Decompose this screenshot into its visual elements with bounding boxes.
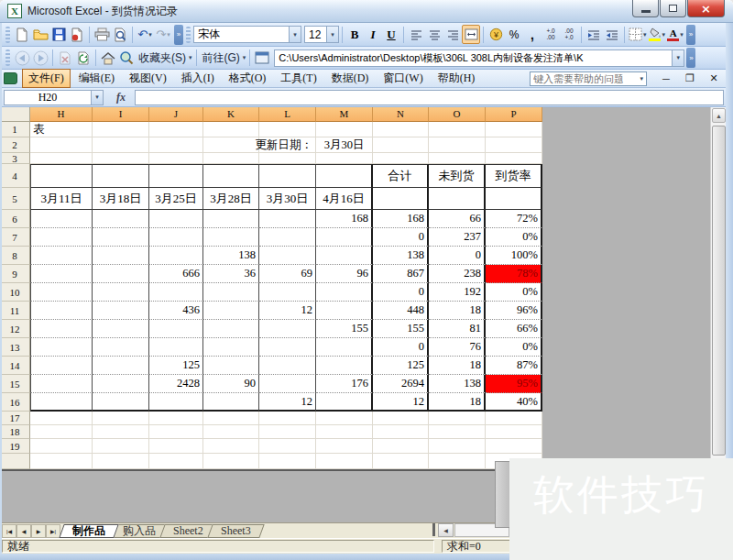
row-header[interactable]: 4	[0, 164, 30, 188]
cell[interactable]: 72%	[486, 210, 542, 228]
cell[interactable]: 18	[429, 302, 486, 320]
cell[interactable]	[93, 320, 149, 338]
cell[interactable]	[30, 338, 93, 357]
row-header[interactable]: 1	[0, 122, 30, 137]
cell[interactable]: 69	[259, 265, 316, 283]
cell[interactable]	[149, 425, 203, 439]
cell[interactable]: 176	[316, 375, 373, 393]
column-header[interactable]: M	[316, 107, 373, 122]
search-button[interactable]	[117, 49, 136, 68]
cell[interactable]: 125	[149, 357, 203, 375]
bold-button[interactable]: B	[345, 25, 364, 44]
cell[interactable]	[429, 188, 486, 210]
cell[interactable]	[203, 153, 259, 164]
cell[interactable]	[486, 188, 542, 210]
cell[interactable]	[93, 265, 149, 283]
scroll-left-button[interactable]: ◀	[438, 523, 454, 537]
row-header[interactable]: 10	[0, 283, 30, 302]
chevron-down-icon[interactable]: ▾	[672, 50, 684, 66]
tab-nav-button[interactable]: ▶|	[46, 524, 60, 538]
cell[interactable]	[149, 137, 203, 153]
increase-decimal-button[interactable]: +.0 .00	[542, 25, 560, 44]
cell[interactable]: 0	[373, 283, 429, 302]
align-left-button[interactable]	[407, 25, 425, 44]
cell[interactable]	[316, 454, 373, 469]
cell[interactable]	[259, 412, 316, 425]
cell[interactable]	[316, 283, 373, 302]
cell[interactable]	[149, 228, 203, 247]
cell[interactable]	[93, 393, 149, 412]
cell[interactable]	[259, 228, 316, 247]
cell[interactable]: 237	[429, 228, 486, 247]
cell[interactable]	[30, 228, 93, 247]
column-header[interactable]: J	[149, 107, 203, 122]
cell[interactable]	[203, 357, 259, 375]
column-header[interactable]: N	[373, 107, 429, 122]
cell[interactable]	[93, 153, 149, 164]
cell[interactable]: 666	[149, 265, 203, 283]
cell[interactable]: 3月18日	[93, 188, 149, 210]
cell[interactable]: 0	[373, 338, 429, 357]
column-header[interactable]: K	[203, 107, 259, 122]
cell[interactable]: 18	[429, 357, 486, 375]
workbook-minimize-button[interactable]: ─	[660, 73, 673, 84]
cell[interactable]	[203, 228, 259, 247]
cell[interactable]	[259, 283, 316, 302]
cell[interactable]	[30, 153, 93, 164]
cell[interactable]: 0	[429, 247, 486, 265]
decrease-indent-button[interactable]	[585, 25, 603, 44]
sheet-tab[interactable]: Sheet3	[207, 524, 264, 538]
cell[interactable]	[93, 357, 149, 375]
cell[interactable]: 3月28日	[203, 188, 259, 210]
cell[interactable]	[149, 454, 203, 469]
cell[interactable]	[30, 164, 93, 188]
menu-item[interactable]: 编辑(E)	[72, 69, 121, 88]
goto-button[interactable]: 前往(G) ▾	[200, 49, 247, 68]
cell[interactable]	[259, 153, 316, 164]
cell[interactable]	[93, 338, 149, 357]
cell[interactable]: 238	[429, 265, 486, 283]
underline-button[interactable]: U	[382, 25, 400, 44]
cell[interactable]	[93, 302, 149, 320]
cell[interactable]	[373, 137, 429, 153]
cell[interactable]: 12	[259, 302, 316, 320]
cell[interactable]	[316, 425, 373, 439]
row-header[interactable]: 14	[0, 357, 30, 375]
row-header[interactable]: 17	[0, 412, 30, 425]
cell[interactable]: 78%	[486, 265, 542, 283]
formula-input[interactable]	[135, 90, 724, 105]
cell[interactable]	[373, 188, 429, 210]
cell[interactable]	[316, 228, 373, 247]
cell[interactable]: 3月30日	[259, 188, 316, 210]
row-header[interactable]: 5	[0, 188, 30, 210]
cell[interactable]	[149, 338, 203, 357]
cell[interactable]	[373, 454, 429, 469]
cell[interactable]	[316, 247, 373, 265]
menu-item[interactable]: 工具(T)	[274, 69, 323, 88]
home-button[interactable]	[99, 49, 117, 68]
fill-color-button[interactable]: ▾	[648, 25, 667, 44]
vertical-scroll-thumb[interactable]	[712, 126, 726, 456]
row-header[interactable]: 13	[0, 338, 30, 357]
cell[interactable]: 18	[429, 393, 486, 412]
undo-button[interactable]: ↶ ▾	[136, 25, 154, 44]
cell[interactable]	[93, 164, 149, 188]
row-header[interactable]: 9	[0, 265, 30, 283]
row-header[interactable]: 11	[0, 302, 30, 320]
cell[interactable]	[259, 122, 316, 137]
cell[interactable]: 0%	[486, 283, 542, 302]
cell[interactable]	[93, 210, 149, 228]
cell[interactable]	[149, 283, 203, 302]
cell[interactable]	[93, 439, 149, 454]
row-header[interactable]: 12	[0, 320, 30, 338]
permission-button[interactable]	[68, 25, 86, 44]
cell[interactable]	[316, 338, 373, 357]
cell[interactable]: 81	[429, 320, 486, 338]
menu-item[interactable]: 文件(F)	[22, 69, 71, 88]
chevron-down-icon[interactable]: ▾	[640, 75, 643, 82]
toolbar-options-button[interactable]: »	[174, 25, 183, 45]
cell[interactable]: 0%	[486, 338, 542, 357]
cell[interactable]	[316, 302, 373, 320]
cell[interactable]: 168	[316, 210, 373, 228]
menu-item[interactable]: 数据(D)	[325, 69, 376, 88]
